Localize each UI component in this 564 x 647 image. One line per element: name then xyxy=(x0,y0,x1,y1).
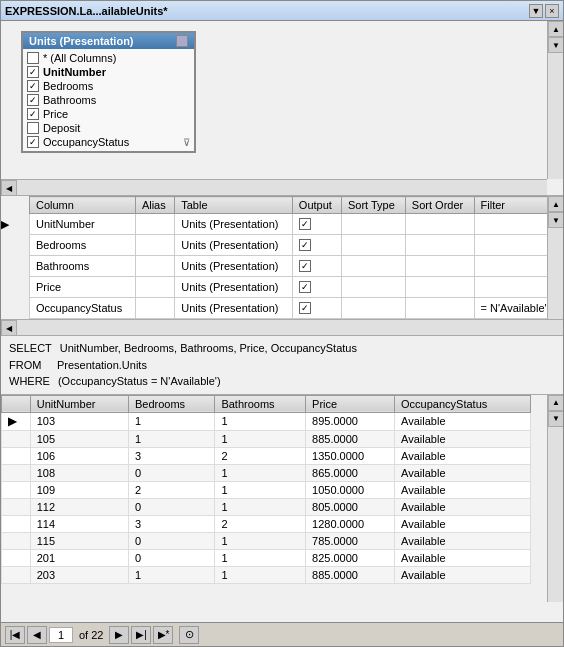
results-scroll-down[interactable]: ▼ xyxy=(548,411,563,427)
result-cell: 1 xyxy=(215,430,306,447)
grid-cell[interactable]: Units (Presentation) xyxy=(175,277,293,298)
grid-cell[interactable] xyxy=(341,214,405,235)
result-cell: 785.0000 xyxy=(306,532,395,549)
output-checkbox[interactable] xyxy=(299,218,311,230)
qg-scroll-left[interactable]: ◀ xyxy=(1,320,17,336)
schema-field-row[interactable]: * (All Columns) xyxy=(23,51,194,65)
qg-scroll-down[interactable]: ▼ xyxy=(548,212,563,228)
grid-cell[interactable] xyxy=(405,256,474,277)
table-row[interactable]: 10511885.0000Available xyxy=(2,430,531,447)
output-checkbox[interactable] xyxy=(299,239,311,251)
schema-field-row[interactable]: Bathrooms xyxy=(23,93,194,107)
grid-cell[interactable] xyxy=(341,235,405,256)
grid-cell[interactable]: Units (Presentation) xyxy=(175,256,293,277)
grid-cell[interactable] xyxy=(341,277,405,298)
field-checkbox[interactable] xyxy=(27,52,39,64)
grid-cell[interactable]: Bedrooms xyxy=(30,235,136,256)
table-row[interactable]: 20311885.0000Available xyxy=(2,566,531,583)
nav-lock-button[interactable]: ⊙ xyxy=(179,626,199,644)
grid-cell[interactable] xyxy=(474,235,558,256)
result-cell: 1 xyxy=(128,412,214,430)
field-checkbox[interactable] xyxy=(27,80,39,92)
grid-cell[interactable] xyxy=(135,256,174,277)
grid-cell[interactable]: Bathrooms xyxy=(30,256,136,277)
grid-cell[interactable] xyxy=(135,298,174,319)
nav-next-button[interactable]: ▶ xyxy=(109,626,129,644)
grid-cell[interactable]: OccupancyStatus xyxy=(30,298,136,319)
nav-page-input[interactable] xyxy=(49,627,73,643)
schema-field-row[interactable]: Bedrooms xyxy=(23,79,194,93)
grid-cell[interactable] xyxy=(292,277,341,298)
results-scroll-up[interactable]: ▲ xyxy=(548,395,563,411)
grid-cell[interactable] xyxy=(405,214,474,235)
field-checkbox[interactable] xyxy=(27,122,39,134)
table-row[interactable]: 11501785.0000Available xyxy=(2,532,531,549)
field-checkbox[interactable] xyxy=(27,136,39,148)
results-vscroll[interactable]: ▲ ▼ xyxy=(547,395,563,603)
table-row[interactable]: 10801865.0000Available xyxy=(2,464,531,481)
nav-extra-button[interactable]: ▶* xyxy=(153,626,173,644)
title-bar-buttons: ▼ × xyxy=(529,4,559,18)
schema-scroll-left[interactable]: ◀ xyxy=(1,180,17,196)
output-checkbox[interactable] xyxy=(299,260,311,272)
schema-field-row[interactable]: OccupancyStatus⊽ xyxy=(23,135,194,149)
nav-prev-button[interactable]: ◀ xyxy=(27,626,47,644)
grid-cell[interactable] xyxy=(135,214,174,235)
grid-cell[interactable]: = N'Available' xyxy=(474,298,558,319)
table-row[interactable]: 114321280.0000Available xyxy=(2,515,531,532)
result-cell: 805.0000 xyxy=(306,498,395,515)
output-checkbox[interactable] xyxy=(299,281,311,293)
table-row[interactable]: ▶10311895.0000Available xyxy=(2,412,531,430)
query-grid-hscroll[interactable]: ◀ ▶ xyxy=(1,319,563,335)
nav-last-button[interactable]: ▶| xyxy=(131,626,151,644)
grid-cell[interactable] xyxy=(341,256,405,277)
grid-cell[interactable] xyxy=(474,256,558,277)
grid-cell[interactable]: Units (Presentation) xyxy=(175,235,293,256)
grid-cell[interactable]: Price xyxy=(30,277,136,298)
close-button[interactable]: × xyxy=(545,4,559,18)
field-checkbox[interactable] xyxy=(27,108,39,120)
grid-cell[interactable] xyxy=(292,298,341,319)
schema-hscroll[interactable]: ◀ ▶ xyxy=(1,179,547,195)
table-row[interactable]: UnitNumberUnits (Presentation) xyxy=(30,214,559,235)
schema-scroll-up[interactable]: ▲ xyxy=(548,21,563,37)
grid-cell[interactable] xyxy=(292,214,341,235)
output-checkbox[interactable] xyxy=(299,302,311,314)
nav-first-button[interactable]: |◀ xyxy=(5,626,25,644)
result-cell: 885.0000 xyxy=(306,566,395,583)
schema-scroll-down[interactable]: ▼ xyxy=(548,37,563,53)
grid-cell[interactable] xyxy=(474,277,558,298)
field-checkbox[interactable] xyxy=(27,94,39,106)
schema-panel: ▲ ▼ ◀ ▶ Units (Presentation) * (All Colu… xyxy=(1,21,563,196)
field-checkbox[interactable] xyxy=(27,66,39,78)
schema-field-row[interactable]: Price xyxy=(23,107,194,121)
grid-cell[interactable]: Units (Presentation) xyxy=(175,298,293,319)
table-scroll-btn[interactable] xyxy=(176,35,188,47)
grid-cell[interactable] xyxy=(292,235,341,256)
table-row[interactable]: 106321350.0000Available xyxy=(2,447,531,464)
table-row[interactable]: 109211050.0000Available xyxy=(2,481,531,498)
table-row[interactable]: BathroomsUnits (Presentation) xyxy=(30,256,559,277)
grid-cell[interactable]: UnitNumber xyxy=(30,214,136,235)
table-row[interactable]: OccupancyStatusUnits (Presentation)= N'A… xyxy=(30,298,559,319)
grid-cell[interactable] xyxy=(405,298,474,319)
table-row[interactable]: BedroomsUnits (Presentation) xyxy=(30,235,559,256)
schema-field-row[interactable]: Deposit xyxy=(23,121,194,135)
grid-cell[interactable] xyxy=(292,256,341,277)
query-grid-vscroll[interactable]: ▲ ▼ xyxy=(547,196,563,319)
grid-cell[interactable] xyxy=(405,277,474,298)
schema-vscroll[interactable]: ▲ ▼ xyxy=(547,21,563,179)
table-row[interactable]: 20101825.0000Available xyxy=(2,549,531,566)
grid-cell[interactable] xyxy=(474,214,558,235)
grid-cell[interactable] xyxy=(135,235,174,256)
table-row[interactable]: PriceUnits (Presentation) xyxy=(30,277,559,298)
grid-column-header: Table xyxy=(175,197,293,214)
table-row[interactable]: 11201805.0000Available xyxy=(2,498,531,515)
qg-scroll-up[interactable]: ▲ xyxy=(548,196,563,212)
schema-field-row[interactable]: UnitNumber xyxy=(23,65,194,79)
grid-cell[interactable]: Units (Presentation) xyxy=(175,214,293,235)
pin-button[interactable]: ▼ xyxy=(529,4,543,18)
grid-cell[interactable] xyxy=(341,298,405,319)
grid-cell[interactable] xyxy=(135,277,174,298)
grid-cell[interactable] xyxy=(405,235,474,256)
